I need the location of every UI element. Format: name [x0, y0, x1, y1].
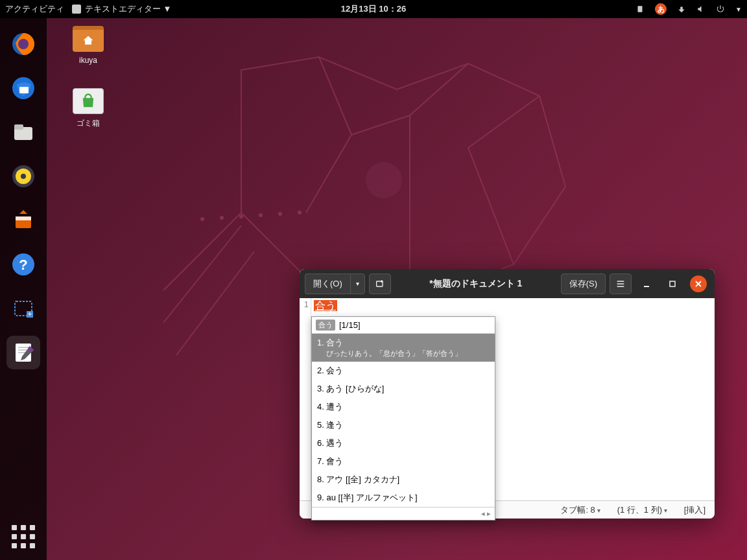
activities-button[interactable]: アクティビティ	[5, 3, 64, 15]
network-icon[interactable]	[677, 5, 686, 14]
dock-screenshot[interactable]: +	[6, 292, 40, 325]
svg-rect-30	[670, 281, 675, 286]
ime-candidate[interactable]: 3. あう [ひらがな]	[312, 380, 495, 398]
svg-rect-18	[16, 216, 31, 220]
insert-mode[interactable]: [挿入]	[684, 504, 706, 516]
window-title: *無題のドキュメント 1	[395, 278, 557, 290]
hamburger-menu-button[interactable]	[610, 274, 632, 294]
ime-indicator[interactable]: あ	[655, 3, 667, 15]
new-tab-button[interactable]	[369, 274, 391, 294]
svg-point-2	[220, 216, 224, 220]
ime-candidate[interactable]: 5. 逢う	[312, 416, 495, 434]
svg-text:?: ?	[19, 257, 27, 273]
svg-point-6	[298, 211, 302, 215]
power-icon[interactable]	[716, 5, 725, 14]
open-recent-button[interactable]	[350, 274, 365, 294]
desktop-home-folder[interactable]: ikuya	[62, 26, 114, 65]
dock-files[interactable]	[6, 115, 40, 149]
svg-point-16	[21, 174, 26, 179]
clock[interactable]: 12月13日 10：26	[341, 3, 406, 15]
svg-point-4	[259, 213, 263, 217]
ime-candidate[interactable]: 9. au [[半] アルファベット]	[312, 489, 495, 507]
dock-software[interactable]	[6, 204, 40, 237]
ime-header: 合う [1/15]	[312, 317, 495, 334]
tab-width-selector[interactable]: タブ幅: 8	[560, 504, 600, 516]
svg-point-0	[366, 162, 402, 198]
system-menu-arrow-icon[interactable]: ▼	[735, 6, 742, 13]
show-apps-button[interactable]	[12, 525, 35, 548]
ime-candidate-popup: 合う [1/15] 1. 合うぴったりあう。「息が合う」「答が合う」2. 会う3…	[311, 316, 495, 520]
svg-point-1	[200, 217, 204, 221]
dock-thunderbird[interactable]	[6, 71, 40, 105]
close-button[interactable]	[690, 275, 707, 292]
desktop-trash[interactable]: ゴミ箱	[62, 88, 114, 129]
svg-rect-11	[19, 87, 29, 93]
ime-preedit-text: 合う	[314, 300, 337, 311]
ime-candidate[interactable]: 8. アウ [[全] カタカナ]	[312, 471, 495, 489]
dock-text-editor[interactable]	[6, 336, 40, 369]
svg-text:+: +	[28, 310, 32, 318]
text-editor-icon	[72, 5, 81, 14]
dock: ? +	[0, 18, 47, 560]
clipboard-icon[interactable]	[635, 5, 645, 14]
window-titlebar[interactable]: 開く(O) *無題のドキュメント 1 保存(S)	[300, 269, 715, 298]
svg-rect-29	[644, 286, 649, 287]
open-button[interactable]: 開く(O)	[305, 274, 350, 294]
ime-candidate[interactable]: 2. 会う	[312, 362, 495, 380]
ime-candidate[interactable]: 1. 合うぴったりあう。「息が合う」「答が合う」	[312, 334, 495, 362]
ime-nav-arrows[interactable]: ◂ ▸	[481, 509, 491, 518]
maximize-button[interactable]	[664, 275, 681, 292]
cursor-position[interactable]: (1 行、1 列)	[617, 504, 667, 516]
svg-rect-7	[638, 6, 643, 12]
app-menu-label: テキストエディター ▼	[85, 3, 171, 15]
app-menu[interactable]: テキストエディター ▼	[72, 3, 171, 15]
desktop-trash-label: ゴミ箱	[62, 118, 114, 129]
volume-icon[interactable]	[696, 5, 706, 14]
desktop-home-label: ikuya	[62, 56, 114, 65]
ime-count: [1/15]	[339, 320, 361, 330]
dock-firefox[interactable]	[6, 27, 40, 61]
svg-point-3	[239, 215, 243, 218]
line-gutter: 1	[300, 298, 311, 500]
ime-candidate[interactable]: 4. 遭う	[312, 398, 495, 416]
ime-candidate[interactable]: 7. 會う	[312, 452, 495, 471]
top-panel: アクティビティ テキストエディター ▼ 12月13日 10：26 あ ▼	[0, 0, 747, 18]
minimize-button[interactable]	[638, 275, 655, 292]
ime-current-chip: 合う	[316, 320, 335, 331]
dock-help[interactable]: ?	[6, 248, 40, 281]
svg-point-5	[278, 212, 282, 216]
ime-candidate-list: 1. 合うぴったりあう。「息が合う」「答が合う」2. 会う3. あう [ひらがな…	[312, 334, 495, 507]
dock-rhythmbox[interactable]	[6, 159, 40, 193]
ime-candidate[interactable]: 6. 遇う	[312, 434, 495, 452]
svg-point-9	[18, 39, 29, 49]
save-button[interactable]: 保存(S)	[561, 274, 606, 294]
ime-footer: ◂ ▸	[312, 507, 495, 520]
svg-rect-13	[14, 124, 23, 130]
